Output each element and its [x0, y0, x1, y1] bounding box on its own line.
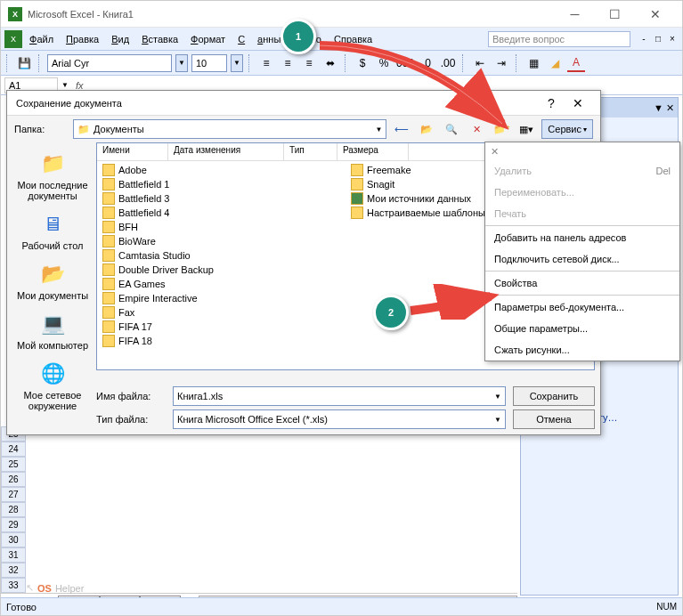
percent-icon[interactable]: %: [375, 54, 393, 72]
merge-icon[interactable]: ⬌: [321, 54, 339, 72]
folder-combo[interactable]: 📁 Документы ▼: [73, 119, 386, 139]
menu-print[interactable]: Печать: [485, 203, 679, 224]
folder-icon: [102, 192, 115, 205]
menu-insert[interactable]: Вставка: [136, 31, 183, 47]
align-center-icon[interactable]: ≡: [279, 54, 297, 72]
back-icon[interactable]: ⟵: [392, 119, 411, 139]
align-right-icon[interactable]: ≡: [300, 54, 318, 72]
menu-edit[interactable]: Правка: [61, 31, 104, 47]
row-header[interactable]: 24: [1, 442, 26, 457]
borders-icon[interactable]: ▦: [524, 54, 542, 72]
save-button[interactable]: Сохранить: [513, 386, 595, 406]
place-computer[interactable]: 💻Мой компьютер: [14, 306, 91, 354]
file-item[interactable]: Fax: [101, 305, 342, 320]
currency-icon[interactable]: $: [354, 54, 371, 72]
menu-add-address[interactable]: Добавить на панель адресов: [485, 227, 679, 248]
search-icon[interactable]: 🔍: [442, 119, 461, 139]
dec-indent-icon[interactable]: ⇤: [471, 54, 489, 72]
minimize-button[interactable]: ─: [555, 2, 595, 27]
fill-color-icon[interactable]: ◢: [546, 54, 564, 72]
col-date[interactable]: Дата изменения: [168, 143, 284, 160]
file-item[interactable]: Empire Interactive: [101, 291, 342, 305]
file-item[interactable]: Double Driver Backup: [101, 263, 342, 277]
close-button[interactable]: ✕: [635, 2, 675, 27]
mdi-close[interactable]: ×: [666, 33, 679, 45]
menu-delete[interactable]: УдалитьDel: [485, 160, 679, 182]
row-header[interactable]: 33: [1, 578, 26, 593]
font-color-icon[interactable]: A: [567, 54, 585, 72]
row-header[interactable]: 27: [1, 487, 26, 502]
menu-map-drive[interactable]: Подключить сетевой диск...: [485, 248, 679, 270]
place-desktop[interactable]: 🖥Рабочий стол: [14, 207, 91, 255]
menu-close-icon[interactable]: ✕: [491, 146, 499, 158]
taskpane-dropdown-icon[interactable]: ▼ ✕: [654, 102, 674, 114]
delete-icon[interactable]: ✕: [467, 119, 486, 139]
file-item[interactable]: Battlefield 1: [101, 177, 342, 191]
maximize-button[interactable]: ☐: [595, 2, 635, 27]
place-documents[interactable]: 📂Мои документы: [14, 256, 91, 304]
file-item[interactable]: BFH: [101, 220, 342, 234]
new-folder-icon[interactable]: 📁*: [492, 119, 511, 139]
cancel-button[interactable]: Отмена: [513, 409, 595, 429]
folder-icon: [102, 335, 115, 347]
folder-label: Папка:: [14, 124, 68, 134]
file-item[interactable]: EA Games: [101, 277, 342, 291]
menu-view[interactable]: Вид: [106, 31, 134, 47]
dialog-help-button[interactable]: ?: [538, 96, 565, 110]
font-size-dropdown[interactable]: ▼: [231, 54, 243, 72]
menu-help[interactable]: Справка: [329, 31, 378, 47]
menu-web-options[interactable]: Параметры веб-документа...: [485, 296, 679, 318]
filename-input[interactable]: Книга1.xls▼: [173, 386, 506, 406]
dec-decimal-icon[interactable]: .00: [439, 54, 457, 72]
row-header[interactable]: 25: [1, 457, 26, 472]
folder-icon: [102, 292, 115, 304]
excel-doc-icon[interactable]: X: [4, 30, 22, 48]
file-item[interactable]: BioWare: [101, 234, 342, 248]
menu-bar: X Файл Правка Вид Вставка Формат С анные…: [1, 28, 682, 51]
up-folder-icon[interactable]: 📂: [417, 119, 436, 139]
menu-rename[interactable]: Переименовать...: [485, 182, 679, 203]
file-item[interactable]: Battlefield 3: [101, 191, 342, 206]
col-size[interactable]: Размера: [337, 143, 409, 160]
file-item[interactable]: Battlefield 4: [101, 206, 342, 220]
row-header[interactable]: 31: [1, 547, 26, 563]
row-header[interactable]: 29: [1, 517, 26, 532]
place-recent[interactable]: 📁Мои последние документы: [14, 146, 91, 205]
col-name[interactable]: Имени: [97, 143, 168, 160]
row-header[interactable]: 28: [1, 502, 26, 517]
dialog-close-button[interactable]: ✕: [565, 96, 591, 110]
row-header[interactable]: 32: [1, 563, 26, 578]
inc-indent-icon[interactable]: ⇥: [492, 54, 510, 72]
folder-icon: [351, 207, 363, 219]
service-button[interactable]: Сервис▾: [541, 119, 593, 139]
row-header[interactable]: 30: [1, 532, 26, 547]
file-item[interactable]: Camtasia Studio: [101, 248, 342, 263]
file-item[interactable]: FIFA 18: [101, 334, 342, 348]
col-type[interactable]: Тип: [284, 143, 337, 160]
menu-general-options[interactable]: Общие параметры...: [485, 318, 679, 339]
menu-format[interactable]: Формат: [185, 31, 231, 47]
views-icon[interactable]: ▦▾: [516, 119, 536, 139]
fx-icon[interactable]: fx: [76, 80, 84, 91]
menu-properties[interactable]: Свойства: [485, 272, 679, 294]
comma-icon[interactable]: 000: [396, 54, 414, 72]
window-title: Microsoft Excel - Книга1: [28, 9, 555, 20]
inc-decimal-icon[interactable]: .0: [418, 54, 435, 72]
filetype-combo[interactable]: Книга Microsoft Office Excel (*.xls)▼: [173, 409, 506, 429]
save-icon[interactable]: 💾: [15, 54, 33, 72]
mdi-minimize[interactable]: -: [638, 33, 650, 45]
menu-compress-pictures[interactable]: Сжать рисунки...: [485, 339, 679, 361]
menu-file[interactable]: Файл: [24, 31, 59, 47]
ask-question-box[interactable]: Введите вопрос: [488, 31, 630, 47]
font-name-combo[interactable]: Arial Cyr: [47, 54, 172, 72]
menu-cut1[interactable]: С: [232, 31, 250, 47]
name-box-dropdown[interactable]: ▼: [61, 81, 69, 89]
font-name-dropdown[interactable]: ▼: [175, 54, 188, 72]
place-network[interactable]: 🌐Мое сетевое окружение: [14, 356, 91, 415]
mdi-restore[interactable]: □: [652, 33, 664, 45]
file-item[interactable]: FIFA 17: [101, 320, 342, 334]
row-header[interactable]: 26: [1, 472, 26, 487]
font-size-combo[interactable]: 10: [191, 54, 227, 72]
file-item[interactable]: Adobe: [101, 163, 342, 177]
align-left-icon[interactable]: ≡: [257, 54, 275, 72]
